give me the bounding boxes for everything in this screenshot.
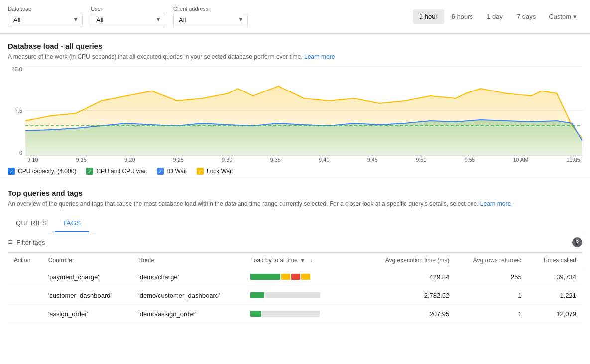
table-row[interactable]: 'payment_charge' 'demo/charge' 429.84 25… bbox=[8, 268, 582, 286]
td-avg-rows-3: 1 bbox=[455, 305, 527, 323]
custom-label: Custom bbox=[549, 13, 571, 20]
table-row[interactable]: 'assign_order' 'demo/assign_order' 207.9… bbox=[8, 305, 582, 323]
td-controller-1: 'payment_charge' bbox=[42, 268, 132, 286]
legend-cpu-wait: ✓ CPU and CPU wait bbox=[86, 168, 147, 175]
time-btn-1day[interactable]: 1 day bbox=[480, 9, 509, 24]
legend-cpu-capacity-label: CPU capacity: (4.000) bbox=[18, 168, 76, 175]
x-label-955: 9:55 bbox=[465, 157, 475, 163]
td-avg-exec-1: 429.84 bbox=[364, 268, 455, 286]
legend-cpu-capacity: ✓ CPU capacity: (4.000) bbox=[8, 168, 76, 175]
bottom-title: Top queries and tags bbox=[8, 189, 582, 197]
client-address-filter-label: Client address bbox=[173, 6, 248, 12]
legend-io-wait-checkbox[interactable]: ✓ bbox=[157, 168, 164, 175]
x-label-915: 9:15 bbox=[76, 157, 87, 163]
td-avg-exec-2: 2,782.52 bbox=[364, 286, 455, 305]
chart-description: A measure of the work (in CPU-seconds) t… bbox=[8, 53, 582, 60]
sort-asc-icon: ↓ bbox=[310, 257, 313, 264]
th-load[interactable]: Load by total time ▼ ↓ bbox=[244, 253, 364, 268]
td-route-3: 'demo/assign_order' bbox=[132, 305, 244, 323]
td-load-2 bbox=[244, 286, 364, 305]
legend-lock-wait: ✓ Lock Wait bbox=[197, 168, 233, 175]
td-avg-rows-2: 1 bbox=[455, 286, 527, 305]
chart-legend: ✓ CPU capacity: (4.000) ✓ CPU and CPU wa… bbox=[8, 168, 582, 175]
th-action: Action bbox=[8, 253, 42, 268]
x-label-930: 9:30 bbox=[222, 157, 232, 163]
td-route-1: 'demo/charge' bbox=[132, 268, 244, 286]
legend-cpu-wait-label: CPU and CPU wait bbox=[96, 168, 147, 175]
y-label-75: 7.5 bbox=[8, 108, 22, 114]
filter-tags-label: Filter tags bbox=[16, 239, 45, 246]
filter-bar-left: ≡ Filter tags bbox=[8, 238, 45, 247]
x-label-925: 9:25 bbox=[173, 157, 184, 163]
x-label-10am: 10 AM bbox=[513, 157, 528, 163]
sort-down-icon: ▼ bbox=[300, 257, 306, 264]
time-range-buttons: 1 hour 6 hours 1 day 7 days Custom ▾ bbox=[413, 9, 582, 24]
x-label-945: 9:45 bbox=[367, 157, 378, 163]
x-label-910: 9:10 bbox=[27, 157, 38, 163]
y-label-15: 15.0 bbox=[8, 66, 22, 72]
x-label-935: 9:35 bbox=[270, 157, 281, 163]
th-avg-exec: Avg execution time (ms) bbox=[364, 253, 455, 268]
custom-chevron-icon: ▾ bbox=[573, 13, 577, 20]
th-route: Route bbox=[132, 253, 244, 268]
legend-cpu-capacity-checkbox[interactable]: ✓ bbox=[8, 168, 15, 175]
x-label-940: 9:40 bbox=[319, 157, 329, 163]
bottom-section: Top queries and tags An overview of the … bbox=[0, 179, 590, 323]
td-avg-rows-1: 255 bbox=[455, 268, 527, 286]
table-row[interactable]: 'customer_dashboard' 'demo/customer_dash… bbox=[8, 286, 582, 305]
filter-icon: ≡ bbox=[8, 238, 12, 247]
bottom-learn-more-link[interactable]: Learn more bbox=[480, 200, 511, 207]
database-filter-group: Database All ▼ bbox=[8, 6, 83, 27]
legend-lock-wait-checkbox[interactable]: ✓ bbox=[197, 168, 204, 175]
tabs: QUERIES TAGS bbox=[8, 215, 582, 232]
td-action-3 bbox=[8, 305, 42, 323]
user-filter-label: User bbox=[91, 6, 165, 12]
td-controller-2: 'customer_dashboard' bbox=[42, 286, 132, 305]
user-filter-select[interactable]: All bbox=[91, 13, 165, 27]
client-address-filter-group: Client address All ▼ bbox=[173, 6, 248, 27]
td-controller-3: 'assign_order' bbox=[42, 305, 132, 323]
legend-io-wait-label: IO Wait bbox=[167, 168, 187, 175]
td-load-1 bbox=[244, 268, 364, 286]
legend-cpu-wait-checkbox[interactable]: ✓ bbox=[86, 168, 93, 175]
x-axis-labels: 9:10 9:15 9:20 9:25 9:30 9:35 9:40 9:45 … bbox=[25, 157, 582, 163]
x-label-950: 9:50 bbox=[416, 157, 426, 163]
time-btn-6hours[interactable]: 6 hours bbox=[445, 9, 479, 24]
y-axis: 15.0 7.5 0 bbox=[8, 66, 25, 156]
database-filter-label: Database bbox=[8, 6, 83, 12]
chart-section: Database load - all queries A measure of… bbox=[0, 34, 590, 179]
x-label-920: 9:20 bbox=[124, 157, 135, 163]
td-times-called-2: 1,221 bbox=[528, 286, 582, 305]
results-table: Action Controller Route Load by total ti… bbox=[8, 253, 582, 323]
td-times-called-1: 39,734 bbox=[528, 268, 582, 286]
y-label-0: 0 bbox=[8, 150, 22, 156]
chart-title: Database load - all queries bbox=[8, 42, 582, 50]
tab-tags[interactable]: TAGS bbox=[55, 215, 89, 232]
help-icon[interactable]: ? bbox=[572, 237, 582, 247]
legend-lock-wait-label: Lock Wait bbox=[207, 168, 233, 175]
chart-svg bbox=[25, 66, 582, 156]
top-bar: Database All ▼ User All ▼ Client address… bbox=[0, 0, 590, 34]
tab-queries[interactable]: QUERIES bbox=[8, 215, 55, 232]
user-filter-group: User All ▼ bbox=[91, 6, 165, 27]
legend-io-wait: ✓ IO Wait bbox=[157, 168, 187, 175]
th-avg-rows: Avg rows returned bbox=[455, 253, 527, 268]
td-action-2 bbox=[8, 286, 42, 305]
td-times-called-3: 12,079 bbox=[528, 305, 582, 323]
td-route-2: 'demo/customer_dashboard' bbox=[132, 286, 244, 305]
database-filter-select[interactable]: All bbox=[8, 13, 83, 27]
filter-bar: ≡ Filter tags ? bbox=[8, 232, 582, 253]
th-times-called: Times called bbox=[528, 253, 582, 268]
bottom-description: An overview of the queries and tags that… bbox=[8, 200, 582, 207]
time-btn-custom[interactable]: Custom ▾ bbox=[543, 9, 582, 24]
table-header-row: Action Controller Route Load by total ti… bbox=[8, 253, 582, 268]
time-btn-1hour[interactable]: 1 hour bbox=[413, 9, 444, 24]
time-btn-7days[interactable]: 7 days bbox=[510, 9, 542, 24]
td-avg-exec-3: 207.95 bbox=[364, 305, 455, 323]
x-label-1005: 10:05 bbox=[566, 157, 580, 163]
td-load-3 bbox=[244, 305, 364, 323]
client-address-filter-select[interactable]: All bbox=[173, 13, 248, 27]
td-action-1 bbox=[8, 268, 42, 286]
chart-learn-more-link[interactable]: Learn more bbox=[304, 53, 335, 60]
th-controller: Controller bbox=[42, 253, 132, 268]
